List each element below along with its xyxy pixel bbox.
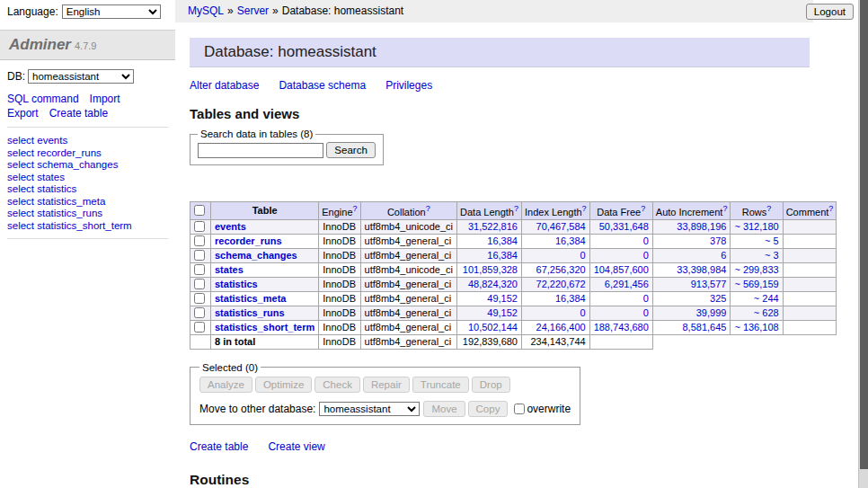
total-data-free-cell	[589, 334, 652, 349]
select-link[interactable]: select	[7, 172, 34, 182]
bulk-drop-button[interactable]: Drop	[472, 377, 510, 393]
index-length-cell: 16,384	[521, 234, 589, 248]
collation-cell: utf8mb4_general_ci	[360, 234, 456, 248]
row-checkbox[interactable]	[194, 293, 205, 304]
table-name-link[interactable]: recorder_runs	[215, 235, 282, 246]
selected-fieldset: Selected (0) AnalyzeOptimizeCheckRepairT…	[190, 362, 580, 425]
auto-increment-cell: 913,577	[652, 277, 731, 291]
select-link[interactable]: select	[7, 208, 34, 218]
move-database-select[interactable]: homeassistant	[319, 402, 420, 416]
overwrite-checkbox[interactable]	[514, 404, 525, 414]
db-label: DB:	[7, 70, 25, 83]
sidebar-table-item: select statistics_meta	[7, 196, 168, 208]
create-table-link[interactable]: Create table	[49, 107, 108, 120]
app-name: Adminer	[9, 36, 71, 53]
select-link[interactable]: select	[7, 159, 34, 170]
table-link[interactable]: statistics_meta	[37, 196, 105, 207]
scrollbar-thumb[interactable]	[860, 0, 868, 469]
export-link[interactable]: Export	[7, 107, 39, 120]
language-select[interactable]: English	[62, 4, 161, 19]
tables-header-row: TableEngine?Collation?Data Length?Index …	[190, 202, 837, 220]
bulk-optimize-button[interactable]: Optimize	[255, 377, 312, 393]
table-link[interactable]: schema_changes	[37, 159, 118, 170]
select-link[interactable]: select	[7, 183, 34, 194]
column-help-link[interactable]: ?	[722, 204, 727, 213]
alter-database-link[interactable]: Alter database	[190, 79, 259, 92]
table-name-link[interactable]: statistics_meta	[215, 293, 287, 304]
select-link[interactable]: select	[7, 147, 34, 158]
overwrite-label: overwrite	[527, 403, 571, 415]
engine-cell: InnoDB	[319, 248, 360, 262]
select-all-checkbox[interactable]	[194, 205, 205, 216]
column-help-link[interactable]: ?	[582, 204, 587, 213]
column-help-link[interactable]: ?	[641, 204, 645, 213]
table-name-link[interactable]: states	[215, 264, 244, 275]
create-table-link-main[interactable]: Create table	[190, 440, 248, 453]
column-help-link[interactable]: ?	[426, 204, 430, 213]
page-title: Database: homeassistant	[190, 38, 810, 67]
row-check-cell	[190, 248, 211, 262]
column-help-link[interactable]: ?	[828, 204, 833, 213]
table-name-link[interactable]: events	[215, 221, 246, 232]
row-checkbox[interactable]	[194, 264, 205, 275]
breadcrumb-link-mysql[interactable]: MySQL	[188, 4, 224, 17]
table-name-link[interactable]: statistics_runs	[215, 307, 285, 318]
data-length-cell: 101,859,328	[457, 262, 522, 277]
column-help-link[interactable]: ?	[766, 204, 771, 213]
select-link[interactable]: select	[7, 220, 34, 231]
column-help-link[interactable]: ?	[514, 204, 518, 213]
bulk-check-button[interactable]: Check	[314, 377, 360, 393]
row-checkbox[interactable]	[194, 279, 205, 289]
row-checkbox[interactable]	[194, 235, 205, 246]
row-checkbox[interactable]	[194, 250, 205, 261]
table-row: schema_changesInnoDButf8mb4_general_ci16…	[190, 248, 837, 262]
table-name-link[interactable]: schema_changes	[215, 250, 297, 261]
bulk-repair-button[interactable]: Repair	[363, 377, 410, 393]
total-engine-cell: InnoDB	[319, 334, 360, 349]
table-link[interactable]: events	[37, 135, 67, 146]
index-length-cell: 72,220,672	[521, 277, 589, 291]
select-link[interactable]: select	[7, 196, 34, 207]
move-button[interactable]: Move	[423, 401, 465, 417]
table-row: statisticsInnoDButf8mb4_general_ci48,824…	[190, 277, 837, 291]
table-name-link[interactable]: statistics	[215, 279, 258, 289]
bulk-truncate-button[interactable]: Truncate	[412, 377, 469, 393]
row-checkbox[interactable]	[194, 307, 205, 318]
language-bar: Language:English	[7, 4, 161, 19]
collation-cell: utf8mb4_general_ci	[360, 291, 456, 306]
db-select[interactable]: homeassistant	[28, 69, 134, 84]
data-free-cell: 0	[589, 248, 652, 262]
row-checkbox[interactable]	[194, 322, 205, 333]
copy-button[interactable]: Copy	[468, 401, 509, 417]
sidebar-table-item: select statistics_runs	[7, 208, 168, 219]
create-view-link[interactable]: Create view	[268, 440, 324, 453]
engine-cell: InnoDB	[319, 291, 360, 306]
table-link[interactable]: statistics_runs	[37, 208, 102, 218]
privileges-link[interactable]: Privileges	[385, 79, 432, 92]
overwrite-option: overwrite	[514, 403, 571, 415]
logout-button[interactable]: Logout	[806, 4, 854, 20]
rows-count-cell: ~ 244	[731, 291, 783, 306]
search-button[interactable]: Search	[326, 142, 375, 158]
rows-count-cell: ~ 5	[731, 234, 783, 248]
vertical-scrollbar[interactable]	[858, 0, 868, 488]
table-link[interactable]: statistics_short_term	[37, 220, 131, 231]
search-legend: Search data in tables (8)	[198, 129, 315, 139]
database-schema-link[interactable]: Database schema	[279, 79, 366, 92]
total-check-cell	[190, 334, 211, 349]
table-row: recorder_runsInnoDButf8mb4_general_ci16,…	[190, 234, 837, 248]
row-check-cell	[190, 262, 211, 277]
search-input[interactable]	[198, 143, 323, 158]
bulk-analyze-button[interactable]: Analyze	[199, 377, 252, 393]
table-link[interactable]: states	[37, 172, 65, 182]
table-name-link[interactable]: statistics_short_term	[215, 322, 314, 333]
select-link[interactable]: select	[7, 135, 34, 146]
column-help-link[interactable]: ?	[353, 204, 358, 213]
import-link[interactable]: Import	[90, 93, 120, 105]
row-checkbox[interactable]	[194, 221, 205, 232]
main-content: Database: homeassistant Alter databaseDa…	[175, 22, 815, 488]
table-link[interactable]: statistics	[37, 183, 76, 194]
table-link[interactable]: recorder_runs	[37, 147, 102, 158]
breadcrumb-link-server[interactable]: Server	[237, 4, 269, 17]
sql-command-link[interactable]: SQL command	[7, 93, 79, 105]
